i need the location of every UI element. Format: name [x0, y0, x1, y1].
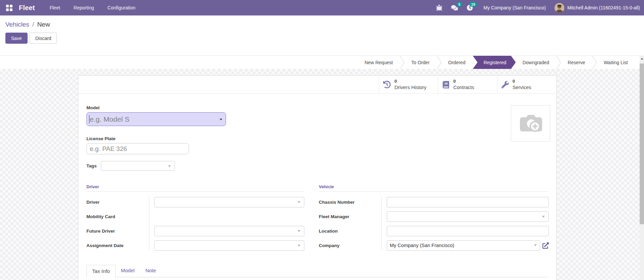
status-step-waiting-list[interactable]: Waiting List	[597, 56, 635, 69]
vehicle-image-upload[interactable]	[511, 105, 550, 142]
status-separator	[556, 56, 561, 69]
scrollbar-thumb[interactable]	[640, 64, 644, 224]
driver-label: Driver	[86, 200, 149, 205]
messages-icon[interactable]: 5	[451, 5, 458, 11]
form-groups: Driver Driver Mobility Card Future Drive…	[86, 184, 548, 254]
status-step-reserve[interactable]: Reserve	[561, 56, 592, 69]
chassis-number-label: Chassis Number	[319, 200, 381, 205]
company-row: Company	[319, 240, 549, 251]
services-label: Services	[513, 84, 531, 90]
chassis-number-input[interactable]	[387, 197, 548, 207]
discard-button[interactable]: Discard	[30, 33, 57, 44]
app-title[interactable]: Fleet	[19, 4, 35, 12]
form-sheet: 0 Drivers History 0 Contracts 0 Services	[78, 75, 557, 280]
location-input-wrap	[387, 226, 549, 236]
future-driver-label: Future Driver	[86, 229, 149, 234]
breadcrumb-current: New	[37, 21, 50, 28]
vehicle-section-title: Vehicle	[319, 184, 549, 192]
company-label: Company	[319, 243, 381, 248]
top-navbar: Fleet Fleet Reporting Configuration 5 19…	[0, 0, 644, 15]
dropdown-caret-icon	[298, 245, 300, 246]
content-area: 0 Drivers History 0 Contracts 0 Services	[0, 69, 644, 280]
dropdown-caret-icon	[534, 244, 537, 246]
status-separator	[400, 56, 405, 69]
company-input[interactable]	[387, 241, 540, 250]
license-plate-input[interactable]	[86, 143, 189, 154]
fleet-manager-select[interactable]	[387, 211, 549, 222]
book-icon	[442, 81, 450, 88]
mobility-card-label: Mobility Card	[86, 214, 149, 219]
control-panel: Vehicles / New Save Discard	[0, 15, 644, 55]
save-button[interactable]: Save	[5, 33, 28, 44]
breadcrumb-separator: /	[31, 21, 35, 28]
status-step-downgraded[interactable]: Downgraded	[516, 56, 556, 69]
sheet-body: Model License Plate Tags Drive	[78, 94, 556, 277]
grid-icon	[6, 5, 12, 11]
services-button[interactable]: 0 Services	[497, 76, 556, 93]
driver-fields: Driver Mobility Card Future Driver	[86, 197, 304, 251]
status-step-new-request[interactable]: New Request	[358, 56, 400, 69]
vehicle-fields: Chassis Number Fleet Manager Location	[319, 197, 549, 251]
main-menu: Fleet Reporting Configuration	[50, 5, 136, 10]
vehicle-group: Vehicle Chassis Number Fleet Manager Loc…	[319, 184, 549, 254]
company-switcher[interactable]: My Company (San Francisco)	[484, 5, 546, 10]
model-input-wrap	[86, 112, 226, 126]
dropdown-caret-icon	[168, 165, 171, 167]
fleet-manager-label: Fleet Manager	[319, 214, 381, 219]
tab-tax-info[interactable]: Tax Info	[86, 265, 116, 277]
status-step-to-order[interactable]: To Order	[405, 56, 436, 69]
stat-text: 0 Services	[513, 79, 531, 90]
menu-configuration[interactable]: Configuration	[108, 5, 136, 10]
driver-select[interactable]	[154, 197, 304, 207]
debug-bug-icon[interactable]	[436, 5, 442, 11]
wrench-icon	[501, 81, 509, 88]
camera-plus-icon	[518, 113, 543, 134]
stat-text: 0 Contracts	[453, 79, 474, 90]
dropdown-caret-icon	[298, 201, 300, 203]
user-menu[interactable]: Mitchell Admin (11602491-15-0-all)	[555, 3, 640, 13]
user-name: Mitchell Admin (11602491-15-0-all)	[567, 5, 640, 10]
contracts-button[interactable]: 0 Contracts	[438, 76, 497, 93]
breadcrumb-vehicles-link[interactable]: Vehicles	[5, 21, 29, 28]
status-separator	[592, 56, 597, 69]
tags-field-group: Tags	[86, 161, 548, 171]
license-plate-field-group: License Plate	[86, 136, 548, 154]
menu-fleet[interactable]: Fleet	[50, 5, 60, 10]
status-step-registered-active[interactable]: Registered	[473, 56, 516, 69]
scrollbar-up-arrow-icon[interactable]	[640, 55, 644, 62]
tab-note[interactable]: Note	[140, 265, 161, 277]
fleet-manager-row: Fleet Manager	[319, 211, 549, 222]
assignment-date-row: Assignment Date	[86, 240, 304, 251]
messages-badge: 5	[457, 2, 462, 7]
tags-input[interactable]	[101, 161, 175, 171]
menu-reporting[interactable]: Reporting	[74, 5, 94, 10]
apps-menu-icon[interactable]	[3, 2, 15, 13]
location-input[interactable]	[387, 226, 548, 236]
vertical-scrollbar[interactable]	[640, 55, 644, 280]
drivers-history-button[interactable]: 0 Drivers History	[379, 76, 438, 93]
mobility-card-row: Mobility Card	[86, 211, 304, 222]
tab-model[interactable]: Model	[116, 265, 140, 277]
breadcrumb: Vehicles / New	[5, 21, 639, 28]
text-cursor	[89, 115, 89, 123]
company-external-link-icon[interactable]	[542, 242, 549, 249]
statusbar: New Request To Order Ordered Registered …	[0, 55, 644, 69]
driver-row: Driver	[86, 197, 304, 207]
company-select[interactable]	[387, 240, 540, 251]
model-field-group: Model	[86, 105, 548, 126]
drivers-history-count: 0	[394, 79, 426, 84]
future-driver-row: Future Driver	[86, 226, 304, 236]
topbar-systray: 5 19 My Company (San Francisco) Mitchell…	[436, 3, 640, 13]
activities-icon[interactable]: 19	[467, 5, 473, 11]
services-count: 0	[513, 79, 531, 84]
assignment-date-input[interactable]	[154, 240, 304, 251]
status-step-ordered[interactable]: Ordered	[442, 56, 472, 69]
future-driver-select[interactable]	[154, 226, 304, 236]
model-input[interactable]	[86, 112, 226, 126]
assignment-date-label: Assignment Date	[86, 243, 149, 248]
tags-label: Tags	[86, 163, 97, 168]
notebook: Tax Info Model Note	[86, 265, 548, 277]
location-row: Location	[319, 226, 549, 236]
model-label: Model	[86, 105, 548, 110]
stat-button-box: 0 Drivers History 0 Contracts 0 Services	[78, 76, 556, 94]
